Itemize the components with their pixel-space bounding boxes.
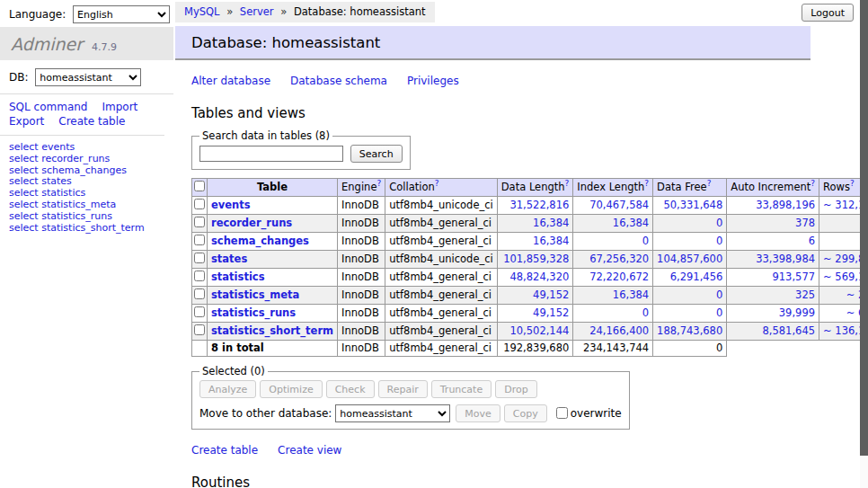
cell-data-length-schema-changes[interactable]: 16,384	[533, 235, 569, 247]
sidebar-table-statistics-meta[interactable]: statistics_meta	[41, 199, 116, 210]
alter-database-link[interactable]: Alter database	[191, 75, 270, 87]
privileges-link[interactable]: Privileges	[407, 75, 459, 87]
search-button[interactable]: Search	[350, 145, 403, 163]
table-link-statistics[interactable]: statistics	[211, 271, 265, 283]
create-view-link[interactable]: Create view	[278, 444, 341, 457]
repair-button[interactable]: Repair	[378, 380, 428, 398]
sidebar-table-events[interactable]: events	[41, 141, 75, 153]
sidebar-table-statistics-short-term[interactable]: statistics_short_term	[41, 222, 144, 234]
cell-data-length-recorder-runs[interactable]: 16,384	[533, 217, 569, 229]
cell-auto-increment-schema-changes[interactable]: 6	[809, 235, 815, 247]
row-checkbox-statistics-runs[interactable]	[194, 306, 205, 317]
cell-index-length-statistics-meta[interactable]: 16,384	[613, 288, 649, 301]
hint-link-engine[interactable]: ?	[376, 179, 381, 188]
check-button[interactable]: Check	[326, 380, 375, 398]
table-link-schema-changes[interactable]: schema_changes	[211, 235, 309, 247]
sidebar-link-export[interactable]: Export	[9, 114, 44, 129]
sidebar-select-statistics-short-term[interactable]: select	[9, 222, 39, 234]
overwrite-checkbox[interactable]	[556, 407, 568, 419]
table-link-recorder-runs[interactable]: recorder_runs	[211, 217, 292, 229]
cell-auto-increment-statistics-short-term[interactable]: 8,581,645	[763, 324, 816, 337]
cell-data-free-statistics-runs[interactable]: 0	[716, 306, 722, 319]
cell-data-free-states[interactable]: 104,857,600	[657, 253, 722, 265]
select-all-checkbox[interactable]	[194, 181, 205, 191]
cell-data-free-recorder-runs[interactable]: 0	[716, 217, 722, 229]
cell-data-free-statistics-short-term[interactable]: 188,743,680	[657, 324, 722, 337]
sidebar-select-schema-changes[interactable]: select	[9, 164, 39, 176]
table-link-events[interactable]: events	[211, 199, 251, 211]
scrollbar[interactable]	[860, 0, 868, 488]
hint-link-index-length[interactable]: ?	[644, 179, 649, 188]
sidebar-table-schema-changes[interactable]: schema_changes	[41, 164, 127, 176]
scrollbar-thumb[interactable]	[860, 0, 868, 456]
cell-data-length-statistics-short-term[interactable]: 10,502,144	[509, 324, 569, 337]
row-checkbox-states[interactable]	[194, 253, 205, 263]
cell-data-length-statistics-meta[interactable]: 49,152	[533, 288, 569, 301]
cell-data-length-events[interactable]: 31,522,816	[509, 199, 569, 211]
search-input[interactable]	[199, 146, 343, 162]
sidebar-select-statistics-runs[interactable]: select	[9, 210, 39, 222]
sidebar-select-statistics-meta[interactable]: select	[9, 199, 39, 210]
cell-auto-increment-states[interactable]: 33,398,984	[756, 253, 815, 265]
table-link-statistics-runs[interactable]: statistics_runs	[211, 306, 296, 319]
row-checkbox-statistics-short-term[interactable]	[194, 324, 205, 335]
table-link-statistics-short-term[interactable]: statistics_short_term	[211, 324, 333, 337]
row-checkbox-statistics-meta[interactable]	[194, 288, 205, 299]
cell-index-length-recorder-runs[interactable]: 16,384	[613, 217, 649, 229]
sidebar-table-states[interactable]: states	[41, 175, 72, 187]
cell-index-length-statistics-runs[interactable]: 0	[642, 306, 649, 319]
breadcrumb-mysql[interactable]: MySQL	[184, 5, 220, 18]
row-checkbox-recorder-runs[interactable]	[194, 217, 205, 227]
drop-button[interactable]: Drop	[495, 380, 536, 398]
cell-auto-increment-recorder-runs[interactable]: 378	[795, 217, 815, 229]
truncate-button[interactable]: Truncate	[431, 380, 492, 398]
sidebar-link-create-table[interactable]: Create table	[58, 114, 125, 129]
cell-index-length-states[interactable]: 67,256,320	[589, 253, 649, 265]
cell-auto-increment-statistics[interactable]: 913,577	[772, 271, 815, 283]
cell-auto-increment-statistics-meta[interactable]: 325	[795, 288, 815, 301]
hint-link-data-free[interactable]: ?	[707, 179, 712, 188]
cell-data-free-schema-changes[interactable]: 0	[716, 235, 722, 247]
cell-data-free-events[interactable]: 50,331,648	[663, 199, 722, 211]
cell-index-length-events[interactable]: 70,467,584	[589, 199, 649, 211]
cell-data-length-statistics-runs[interactable]: 49,152	[533, 306, 569, 319]
sidebar-select-statistics[interactable]: select	[9, 187, 39, 199]
move-button[interactable]: Move	[456, 404, 500, 422]
database-schema-link[interactable]: Database schema	[290, 75, 387, 87]
hint-link-auto-increment[interactable]: ?	[810, 179, 815, 188]
copy-button[interactable]: Copy	[504, 404, 547, 422]
analyze-button[interactable]: Analyze	[199, 380, 256, 398]
cell-index-length-schema-changes[interactable]: 0	[642, 235, 649, 247]
cell-index-length-statistics-short-term[interactable]: 24,166,400	[589, 324, 649, 337]
cell-index-length-statistics[interactable]: 72,220,672	[589, 271, 649, 283]
optimize-button[interactable]: Optimize	[260, 380, 322, 398]
sidebar-table-statistics-runs[interactable]: statistics_runs	[41, 210, 112, 222]
language-select[interactable]: English	[73, 5, 170, 23]
hint-link-collation[interactable]: ?	[435, 179, 439, 188]
cell-auto-increment-events[interactable]: 33,898,196	[756, 199, 815, 211]
hint-link-data-length[interactable]: ?	[565, 179, 570, 188]
table-link-states[interactable]: states	[211, 253, 247, 265]
db-select[interactable]: homeassistant	[35, 68, 141, 86]
sidebar-link-import[interactable]: Import	[102, 100, 137, 114]
move-database-select[interactable]: homeassistant	[335, 404, 450, 422]
sidebar-table-recorder-runs[interactable]: recorder_runs	[41, 153, 110, 164]
sidebar-link-sql-command[interactable]: SQL command	[9, 100, 87, 114]
cell-auto-increment-statistics-runs[interactable]: 39,999	[779, 306, 815, 319]
hint-link-rows[interactable]: ?	[850, 179, 855, 188]
row-checkbox-events[interactable]	[194, 199, 205, 209]
sidebar-select-states[interactable]: select	[9, 175, 39, 187]
create-table-link[interactable]: Create table	[191, 444, 258, 457]
table-link-statistics-meta[interactable]: statistics_meta	[211, 288, 299, 301]
sidebar-select-recorder-runs[interactable]: select	[9, 153, 39, 164]
cell-data-length-statistics[interactable]: 48,824,320	[509, 271, 569, 283]
row-checkbox-statistics[interactable]	[194, 271, 205, 281]
cell-data-length-states[interactable]: 101,859,328	[503, 253, 569, 265]
breadcrumb-server[interactable]: Server	[240, 5, 274, 18]
cell-data-free-statistics[interactable]: 6,291,456	[670, 271, 723, 283]
row-checkbox-schema-changes[interactable]	[194, 235, 205, 245]
cell-data-free-statistics-meta[interactable]: 0	[716, 288, 722, 301]
sidebar-select-events[interactable]: select	[9, 141, 39, 153]
logout-button[interactable]: Logout	[802, 4, 854, 22]
sidebar-table-statistics[interactable]: statistics	[41, 187, 85, 199]
